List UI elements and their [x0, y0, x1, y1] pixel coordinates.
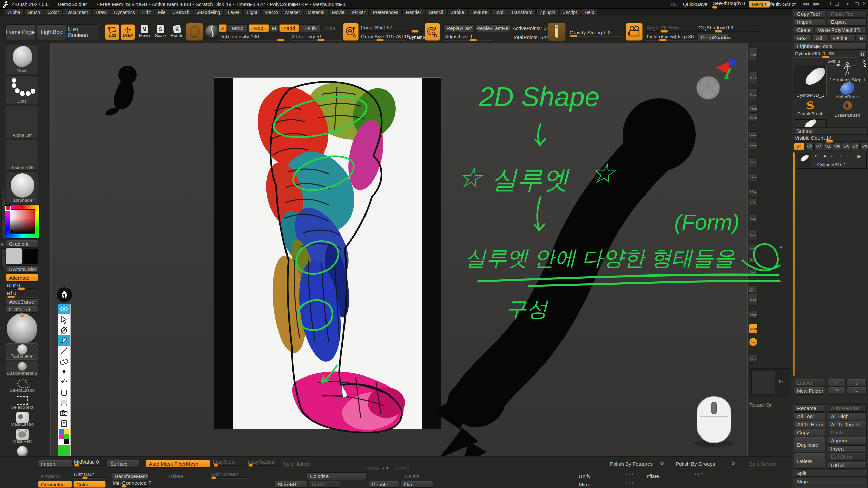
bb-split-screen-slider[interactable]: Split Screen — [210, 471, 248, 479]
goz-r-button[interactable]: R — [857, 35, 866, 42]
subtool-copy-button[interactable]: Copy — [794, 429, 825, 436]
tool-thumb-eraserbrush[interactable]: EraserBrush — [828, 100, 867, 118]
menu-light[interactable]: Light — [243, 9, 260, 15]
bb-split-hidden-button[interactable]: Split Hidden — [280, 460, 314, 467]
gradient-button[interactable]: Gradient — [6, 240, 38, 247]
replay-last-rel-button[interactable]: ReplayLastRel — [476, 24, 510, 32]
bb-midvalue-slider[interactable]: MidValue 0 — [73, 459, 106, 466]
canvas-viewport[interactable]: 2D Shape ☆ 실루엣 ☆ (Form) 실루엣 안에 다양한 형태들을 … — [50, 43, 748, 456]
subtool-down-button[interactable]: ↓ — [847, 379, 867, 386]
all-low-button[interactable]: All Low — [794, 412, 825, 420]
bb-polish-features-button[interactable]: Polish By Features — [607, 460, 658, 467]
export-tool-button[interactable]: Export — [828, 18, 867, 25]
menu-preferences[interactable]: Preferences — [369, 9, 401, 15]
subtool-up-button[interactable]: ↑ — [828, 379, 846, 386]
menu-texture[interactable]: Texture — [468, 9, 491, 15]
stroke-dots-thumb[interactable]: Dots — [6, 75, 38, 104]
bb-automask-fibermesh-button[interactable]: Auto Mask FiberMesh — [146, 460, 210, 467]
tool-thumb-cylinder-big[interactable]: Cylinder3D_1 — [794, 65, 827, 98]
camera-icon-button[interactable] — [626, 23, 643, 41]
append-button[interactable]: Append — [828, 437, 867, 444]
annotation-timer-off-button[interactable] — [58, 325, 70, 335]
draw-size-slider[interactable]: Draw Size 119.78716 — [360, 34, 406, 41]
annotation-camera-button[interactable] — [58, 408, 70, 418]
z-intensity-slider[interactable]: Z Intensity 51 — [291, 34, 342, 41]
menu-transform[interactable]: Transform — [508, 9, 536, 15]
bw-black[interactable] — [64, 439, 69, 444]
subtool-delete-button[interactable]: Delete — [794, 453, 825, 469]
draw-size-icon-button[interactable]: S — [343, 23, 359, 41]
bb-min-connected-slider[interactable]: Min Connected F — [112, 480, 149, 487]
del-all-button[interactable]: Del All — [828, 462, 867, 469]
copydoc-icon[interactable]: ❐ — [827, 1, 831, 6]
secondary-color-swatch[interactable] — [22, 248, 38, 264]
bb-inflate-button[interactable]: Inflate — [642, 472, 676, 480]
subtool-scrollbar[interactable] — [793, 152, 795, 376]
edit-mode-button[interactable]: Edit — [105, 24, 119, 40]
menu-movie[interactable]: Movie — [329, 9, 348, 15]
alternate-button[interactable]: Alternate — [6, 274, 38, 281]
menu-macro[interactable]: Macro — [261, 9, 281, 15]
rf-slider[interactable]: Rf 0 — [6, 290, 38, 298]
bb-flip-button[interactable]: Flip — [401, 481, 433, 488]
gravity-strength-slider[interactable]: Gravity Strength 0 — [569, 29, 623, 37]
menu-zscript[interactable]: Zscript — [559, 9, 580, 15]
annotation-pen-tool-button[interactable] — [58, 335, 70, 346]
bb-backfacemask-button[interactable]: BackfaceMask — [112, 472, 149, 480]
bb-lazystep-slider[interactable]: LazyStep — [212, 459, 245, 466]
gravity-icon-button[interactable] — [548, 23, 566, 41]
alpha-off-thumb[interactable]: Alpha Off — [6, 106, 38, 138]
bb-color-button[interactable]: Color — [73, 481, 106, 488]
zsub-button[interactable]: Zsub — [300, 24, 320, 32]
new-folder-button[interactable]: New Folder — [794, 387, 825, 394]
rename-button[interactable]: Rename — [794, 404, 825, 412]
all-to-target-button[interactable]: All To Target — [828, 421, 867, 428]
goz-visible-button[interactable]: Visible — [829, 35, 856, 42]
light-placement-sphere[interactable] — [7, 313, 37, 344]
dock-left-icon[interactable]: ◀▮▮ — [802, 2, 809, 6]
clone-button[interactable]: Clone — [794, 26, 813, 34]
subtool-tab-v3[interactable]: V3 — [814, 143, 823, 150]
bb-delete2-button[interactable]: Delete — [402, 472, 432, 480]
see-through-slider[interactable]: See-through 0 — [712, 0, 746, 8]
annotation-trash-button[interactable] — [58, 387, 70, 398]
bb-projectall-button[interactable]: ProjectAll — [38, 472, 72, 480]
menu-file[interactable]: File — [155, 9, 169, 15]
inflate-xyz-toggles[interactable]: x y z — [695, 472, 703, 476]
m-button[interactable]: M — [270, 24, 278, 32]
bb-mirror-button[interactable]: Mirror — [576, 481, 603, 488]
menu-help[interactable]: Help — [581, 9, 598, 15]
polish-groups-dot[interactable] — [732, 462, 735, 465]
annotation-undo-button[interactable]: ↶ — [58, 377, 70, 387]
menu-picker[interactable]: Picker — [349, 9, 369, 15]
obj-shadow-slider[interactable]: ObjShadow 0.3 — [698, 25, 759, 32]
light-dot[interactable] — [20, 313, 24, 317]
annotation-line-button[interactable] — [58, 346, 70, 356]
tool-thumb-simplebrush[interactable]: S SimpleBrush — [794, 100, 827, 118]
stroke-move-thumb[interactable]: Move — [6, 45, 38, 74]
del-other-button[interactable]: Del Other — [828, 453, 867, 460]
zadd-button[interactable]: Zadd — [279, 24, 299, 32]
menu-zplugin[interactable]: Zplugin — [536, 9, 559, 15]
adjust-last-slider[interactable]: AdjustLast 1 — [444, 34, 493, 41]
menu-dynamics[interactable]: Dynamics — [111, 9, 138, 15]
autoreorder-button[interactable]: AutoReorder — [828, 404, 867, 412]
bb-geometry-button[interactable]: Geometry — [38, 481, 72, 488]
zcut-button[interactable]: Zcut — [321, 24, 339, 32]
rgb-button[interactable]: Rgb — [249, 24, 269, 32]
palette-green[interactable] — [64, 434, 69, 439]
palette-magenta[interactable] — [59, 434, 64, 439]
subtool-tab-v4[interactable]: V4 — [824, 143, 832, 150]
main-color-swatch[interactable] — [6, 248, 22, 264]
menu-stencil[interactable]: Stencil — [426, 9, 447, 15]
subtool-tab-v1[interactable]: V1 — [794, 143, 804, 150]
move-mode-button[interactable]: M Move — [137, 25, 152, 38]
draw-mode-button[interactable]: Draw — [121, 24, 135, 40]
goz-button[interactable]: GoZ — [794, 35, 812, 42]
menu-brush[interactable]: Brush — [24, 9, 44, 15]
texture-off-thumb[interactable]: Texture Off — [6, 140, 38, 171]
menu-layer[interactable]: Layer — [224, 9, 243, 15]
annotation-board-button[interactable] — [58, 398, 70, 408]
menu-document[interactable]: Document — [63, 9, 92, 15]
bb-delete-button[interactable]: Delete — [165, 472, 198, 480]
